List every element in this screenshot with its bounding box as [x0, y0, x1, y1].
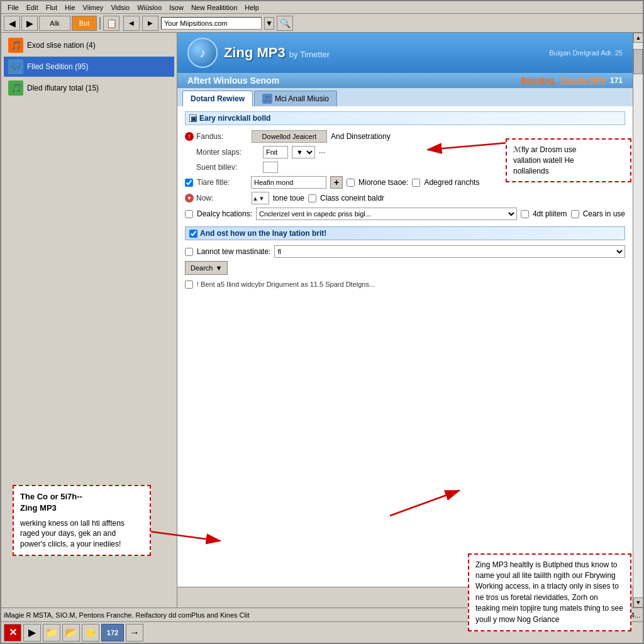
class-checkbox[interactable]	[308, 194, 316, 203]
monter-label: Monter slaps:	[196, 148, 259, 157]
dealcy-checkbox[interactable]	[185, 210, 193, 218]
menu-flut[interactable]: Flut	[42, 3, 61, 13]
zing-title: Zing MP3	[224, 45, 286, 61]
section1-expand[interactable]: ▣	[189, 114, 197, 122]
suent-input[interactable]	[263, 162, 278, 173]
4dt-checkbox[interactable]	[521, 210, 529, 218]
address-dropdown[interactable]: ▼	[264, 17, 274, 30]
now-icon: ♥	[185, 194, 194, 203]
fandus-and: And Dinsetrationy	[331, 132, 391, 141]
adegred-label: Adegred ranchts	[424, 178, 479, 187]
annotation-bottom-left: The Co or 5i7h--Zing MP3 werking kness o…	[13, 485, 151, 556]
scrollbar-thumb[interactable]	[633, 49, 643, 74]
zing-subtitle-bar: Aftert Winlous Senom Bolirding. Deuplle …	[177, 73, 633, 88]
btn-bot[interactable]: Bot	[72, 16, 97, 31]
cears-checkbox[interactable]	[571, 210, 579, 218]
tab-mci[interactable]: 🎵 Mci Anall Miusio	[254, 91, 337, 106]
monter-select[interactable]: ▼	[292, 146, 315, 158]
btn-forward2[interactable]: ▶	[142, 16, 158, 31]
btn-extra[interactable]: 📋	[103, 16, 119, 31]
btn-alk[interactable]: Alk	[39, 16, 70, 31]
section1-header: ▣ Eary nirvcklall bolld	[185, 111, 625, 125]
search-btn[interactable]: Dearch ▼	[185, 261, 228, 275]
menu-file[interactable]: File	[4, 3, 23, 13]
miorone-checkbox[interactable]	[347, 179, 355, 187]
menu-isow[interactable]: Isow	[165, 3, 187, 13]
menu-hie[interactable]: Hie	[61, 3, 79, 13]
bent-label: ! Bent a5 Ilind widcybr Drigurnent as 11…	[197, 278, 375, 291]
tiare-plus-btn[interactable]: +	[330, 176, 343, 189]
sidebar-icon-2: 🎵	[8, 80, 23, 96]
monter-dots: ···	[319, 148, 325, 157]
btn-play[interactable]: ▶	[23, 624, 41, 641]
menu-wuisloo[interactable]: Wiüsloo	[133, 3, 165, 13]
address-input[interactable]	[161, 17, 262, 30]
menu-help[interactable]: Help	[241, 3, 263, 13]
menu-new[interactable]: New Realitition	[187, 3, 241, 13]
zing-count: 171	[610, 76, 623, 85]
toolbar: ◀ ▶ Alk Bot 📋 ◀ ▶ ▼ 🔍	[1, 14, 643, 33]
zing-link2[interactable]: Deuplle MP3	[560, 76, 605, 85]
tiare-input[interactable]	[251, 176, 326, 189]
zing-subtitle-text: Aftert Winlous Senom	[187, 75, 279, 86]
btn-go[interactable]: 🔍	[277, 16, 293, 31]
scroll-down-btn[interactable]: ▼	[633, 597, 643, 608]
tab-dotard[interactable]: Dotard Rewiew	[182, 91, 253, 106]
class-label: Class coneint baldr	[320, 194, 384, 203]
search-row: Dearch ▼	[185, 261, 625, 275]
tiare-checkbox[interactable]	[185, 179, 193, 187]
scrollbar: ▲ ▼	[633, 33, 643, 608]
miorone-label: Miorone tsaoe:	[358, 178, 408, 187]
btn-back[interactable]: ◀	[4, 16, 20, 31]
btn-forward[interactable]: ▶	[21, 16, 38, 31]
suent-label: Suent billev:	[196, 163, 259, 172]
zing-by: by Timetter	[289, 50, 330, 59]
sidebar-item-1[interactable]: 🎶 Flled Sedition (95)	[4, 57, 174, 77]
btn-close[interactable]: ✕	[4, 624, 21, 641]
menu-edit[interactable]: Edit	[23, 3, 42, 13]
scrollbar-track[interactable]	[633, 43, 643, 597]
annotation-bottom-right: Zing MP3 healtlly is Butlphed thus know …	[468, 553, 631, 631]
menu-bar: File Edit Flut Hie Viimey Vidsio Wiüsloo…	[1, 1, 643, 14]
btn-star[interactable]: ⭐	[82, 624, 99, 641]
menu-viimey[interactable]: Viimey	[79, 3, 108, 13]
section2-checkbox[interactable]	[189, 230, 197, 238]
fandus-label: ! Fandus:	[185, 132, 248, 141]
tiare-label: Tiare fitle:	[197, 178, 247, 187]
tab-dotard-label: Dotard Rewiew	[191, 94, 245, 103]
menu-vidsio[interactable]: Vidsio	[107, 3, 133, 13]
zing-link[interactable]: Bolirding.	[521, 76, 556, 85]
sidebar-item-0[interactable]: 🎵 Exod slise nation (4)	[4, 35, 174, 55]
annotation-top-right: ℳfly ar Drosm use vallation watell He no…	[506, 138, 631, 182]
btn-number[interactable]: 172	[101, 624, 124, 641]
annotation-bl-body: werking kness on lall hti afftens raged …	[20, 518, 143, 550]
zing-title-group: Zing MP3 by Timetter	[224, 45, 330, 61]
lannot-checkbox[interactable]	[185, 248, 193, 256]
adegred-checkbox[interactable]	[412, 179, 420, 187]
monter-input[interactable]	[263, 146, 288, 158]
btn-folder[interactable]: 📁	[43, 624, 60, 641]
lannot-select[interactable]: fl	[274, 245, 625, 258]
zing-header: ♪ Zing MP3 by Timetter Buigan Drelgrad A…	[177, 33, 633, 73]
zing-logo-area: ♪ Zing MP3 by Timetter	[187, 38, 330, 68]
btn-back2[interactable]: ◀	[123, 16, 140, 31]
sidebar-icon-0: 🎵	[8, 38, 23, 53]
fandus-btn[interactable]: Dowellod Jeaicert	[252, 130, 327, 143]
section1-title: Eary nirvcklall bolld	[199, 114, 270, 123]
dealcy-select[interactable]: Cnclerizel vent in capedc priss bigl...	[256, 208, 517, 220]
sidebar-label-2: Dled iflutary total (15)	[27, 84, 99, 92]
sidebar-item-2[interactable]: 🎵 Dled iflutary total (15)	[4, 78, 174, 98]
section2-title: And ost how un the Inay tation brit!	[200, 229, 326, 238]
annotation-bl-title: The Co or 5i7h--Zing MP3	[20, 491, 143, 514]
btn-folder2[interactable]: 📂	[62, 624, 80, 641]
fandus-icon: !	[185, 132, 194, 141]
lannot-label: Lannot tew mastinate:	[197, 247, 270, 256]
now-value: tone toue	[273, 194, 304, 203]
btn-arrow[interactable]: →	[126, 624, 143, 641]
now-spinner[interactable]: ▲▼	[252, 192, 269, 204]
section2-header: And ost how un the Inay tation brit!	[185, 226, 625, 240]
annotation-br-text: Zing MP3 healtlly is Butlphed thus know …	[475, 560, 623, 624]
now-label: ♥ Now:	[185, 194, 248, 203]
bent-checkbox[interactable]	[185, 280, 193, 289]
scroll-up-btn[interactable]: ▲	[633, 33, 643, 43]
